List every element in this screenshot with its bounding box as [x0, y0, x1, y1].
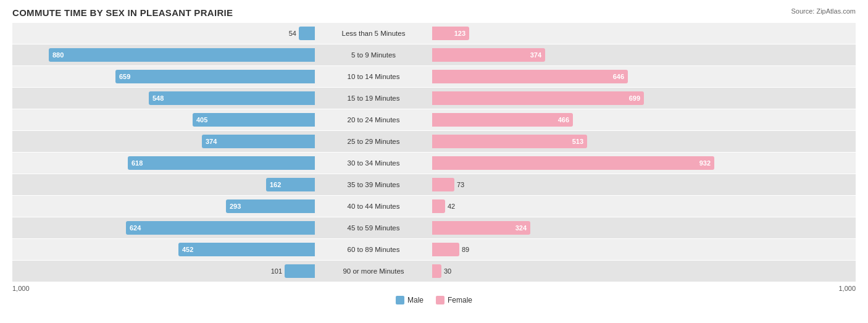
male-bar: 548 [149, 91, 315, 105]
legend-female-label: Female [448, 296, 472, 304]
female-value: 89 [462, 246, 469, 253]
axis-labels: 1,000 1,000 [12, 282, 856, 292]
female-value: 932 [699, 159, 711, 167]
row-label: 5 to 9 Minutes [315, 51, 432, 59]
legend-female-box [436, 296, 444, 304]
left-section: 374 [12, 131, 315, 152]
row-label: 35 to 39 Minutes [315, 181, 432, 188]
left-section: 101 [12, 261, 315, 282]
table-row: 61830 to 34 Minutes932 [12, 153, 856, 174]
left-section: 293 [12, 196, 315, 217]
female-value: 42 [448, 203, 455, 210]
row-label: 90 or more Minutes [315, 267, 432, 275]
chart-area: 54Less than 5 Minutes1238805 to 9 Minute… [12, 23, 856, 282]
left-section: 618 [12, 153, 315, 174]
female-bar [432, 264, 441, 278]
female-value: 123 [454, 30, 465, 37]
left-section: 659 [12, 66, 315, 87]
male-bar: 618 [128, 156, 315, 170]
table-row: 62445 to 59 Minutes324 [12, 217, 856, 238]
right-section: 42 [432, 196, 735, 217]
table-row: 54Less than 5 Minutes123 [12, 23, 856, 44]
male-value: 548 [152, 94, 164, 102]
left-section: 452 [12, 239, 315, 260]
right-section: 374 [432, 44, 735, 65]
right-section: 324 [432, 217, 735, 238]
chart-container: COMMUTE TIME BY SEX IN PLEASANT PRAIRIE … [0, 0, 868, 323]
male-bar: 374 [202, 135, 315, 148]
female-bar: 932 [432, 156, 714, 170]
row-label: Less than 5 Minutes [315, 30, 432, 37]
row-label: 20 to 24 Minutes [315, 116, 432, 124]
table-row: 45260 to 89 Minutes89 [12, 239, 856, 260]
female-bar: 646 [432, 70, 628, 83]
table-row: 29340 to 44 Minutes42 [12, 196, 856, 217]
table-row: 37425 to 29 Minutes513 [12, 131, 856, 152]
left-section: 880 [12, 44, 315, 65]
female-value: 374 [530, 51, 541, 59]
table-row: 16235 to 39 Minutes73 [12, 174, 856, 195]
row-label: 25 to 29 Minutes [315, 138, 432, 145]
female-bar: 466 [432, 113, 573, 127]
legend-male-box [396, 296, 404, 304]
female-value: 699 [629, 94, 640, 102]
female-bar: 374 [432, 48, 545, 62]
right-section: 932 [432, 153, 735, 174]
female-bar [432, 178, 454, 191]
legend: Male Female [12, 296, 856, 304]
female-bar: 699 [432, 91, 644, 105]
right-section: 73 [432, 174, 735, 195]
row-label: 30 to 34 Minutes [315, 159, 432, 167]
male-value: 659 [119, 73, 130, 80]
right-section: 89 [432, 239, 735, 260]
chart-title: COMMUTE TIME BY SEX IN PLEASANT PRAIRIE [12, 7, 856, 18]
row-label: 10 to 14 Minutes [315, 73, 432, 80]
male-bar: 162 [266, 178, 315, 191]
table-row: 10190 or more Minutes30 [12, 261, 856, 282]
table-row: 40520 to 24 Minutes466 [12, 109, 856, 130]
male-value: 374 [206, 138, 217, 145]
female-bar [432, 243, 459, 256]
left-section: 54 [12, 23, 315, 44]
female-bar: 123 [432, 27, 469, 40]
male-bar [299, 27, 315, 40]
axis-left-label: 1,000 [12, 285, 30, 292]
male-bar: 624 [126, 221, 315, 235]
left-section: 162 [12, 174, 315, 195]
row-label: 60 to 89 Minutes [315, 246, 432, 253]
male-bar: 452 [178, 243, 315, 256]
left-section: 405 [12, 109, 315, 130]
source-label: Source: ZipAtlas.com [791, 7, 856, 15]
right-section: 646 [432, 66, 735, 87]
row-label: 45 to 59 Minutes [315, 224, 432, 232]
legend-male-label: Male [407, 296, 424, 304]
male-bar: 880 [49, 48, 315, 62]
female-bar: 513 [432, 135, 587, 148]
male-value: 54 [289, 30, 296, 37]
female-bar [432, 199, 445, 213]
axis-right-label: 1,000 [838, 285, 856, 292]
right-section: 513 [432, 131, 735, 152]
female-bar: 324 [432, 221, 530, 235]
male-bar: 659 [115, 70, 315, 83]
right-section: 699 [432, 88, 735, 109]
female-value: 466 [558, 116, 569, 124]
table-row: 8805 to 9 Minutes374 [12, 44, 856, 65]
legend-female: Female [436, 296, 472, 304]
male-value: 405 [196, 116, 207, 124]
legend-male: Male [396, 296, 424, 304]
row-label: 40 to 44 Minutes [315, 203, 432, 210]
male-value: 162 [270, 181, 281, 188]
table-row: 65910 to 14 Minutes646 [12, 66, 856, 87]
male-value: 624 [130, 224, 141, 232]
female-value: 324 [515, 224, 527, 232]
row-label: 15 to 19 Minutes [315, 94, 432, 102]
female-value: 30 [444, 267, 451, 275]
male-bar: 293 [226, 199, 315, 213]
right-section: 123 [432, 23, 735, 44]
female-value: 646 [613, 73, 624, 80]
male-bar: 405 [193, 113, 315, 127]
female-value: 73 [457, 181, 464, 188]
left-section: 548 [12, 88, 315, 109]
male-value: 293 [230, 203, 241, 210]
